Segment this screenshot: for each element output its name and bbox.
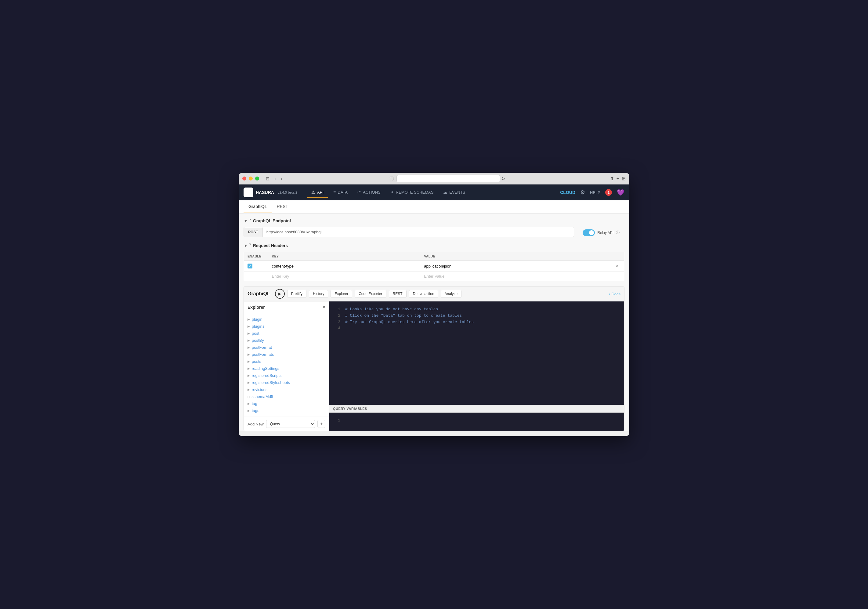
table-row: ✓ content-type application/json × — [244, 261, 625, 272]
endpoint-toggle[interactable]: ▼ ˅ — [243, 218, 251, 223]
titlebar-right: ⬆ + ⊞ — [610, 176, 626, 182]
back-button[interactable]: ‹ — [273, 176, 278, 182]
app-version: v2.4.0-beta.2 — [278, 191, 297, 194]
list-item[interactable]: □ schemaMd5 — [244, 393, 329, 400]
grid-button[interactable]: ⊞ — [622, 176, 626, 182]
tab-rest[interactable]: REST — [272, 200, 293, 213]
variables-editor[interactable]: 1 — [329, 413, 624, 431]
help-button[interactable]: HELP — [590, 190, 600, 195]
explorer-panel: Explorer × ▶ plugin ▶ plugins ▶ — [244, 301, 329, 431]
list-item[interactable]: ▶ post — [244, 330, 329, 337]
heart-button[interactable]: 💜 — [617, 189, 625, 196]
logo: ⬡ HASURA v2.4.0-beta.2 — [243, 188, 297, 197]
relay-toggle-switch[interactable] — [583, 229, 595, 236]
arrow-icon: ▶ — [248, 374, 250, 377]
forward-button[interactable]: › — [279, 176, 284, 182]
line-number: 3 — [334, 319, 340, 326]
header-value-cell: application/json — [420, 261, 612, 272]
data-icon: ≡ — [333, 190, 336, 194]
value-placeholder[interactable]: Enter Value — [424, 274, 444, 278]
nav-item-actions[interactable]: ⟳ ACTIONS — [353, 187, 385, 197]
docs-label: Docs — [611, 292, 620, 296]
list-item[interactable]: ▶ plugins — [244, 323, 329, 330]
minimize-traffic-light[interactable] — [249, 177, 253, 180]
key-placeholder[interactable]: Enter Key — [272, 274, 289, 278]
maximize-traffic-light[interactable] — [255, 177, 259, 180]
add-new-button[interactable]: + — [318, 420, 326, 428]
tab-graphiql[interactable]: GraphiQL — [243, 200, 272, 213]
col-header-value: VALUE — [420, 252, 612, 261]
settings-button[interactable]: ⚙ — [580, 189, 585, 196]
actions-icon: ⟳ — [357, 190, 361, 194]
relay-toggle: Relay API ⓘ — [578, 229, 625, 236]
explorer-close-button[interactable]: × — [322, 304, 326, 310]
history-button[interactable]: History — [309, 290, 328, 298]
rest-button[interactable]: REST — [389, 290, 406, 298]
arrow-icon: ▶ — [248, 346, 250, 349]
delete-header-button[interactable]: × — [616, 263, 618, 269]
code-exporter-button[interactable]: Code Exporter — [355, 290, 386, 298]
list-item[interactable]: ▶ tag — [244, 400, 329, 407]
arrow-icon: ▶ — [248, 339, 250, 342]
url-input[interactable]: localhost — [397, 175, 500, 182]
graphiql-toolbar: GraphiQL ▶ Prettify History Explorer Cod… — [244, 286, 624, 301]
relay-info-icon[interactable]: ⓘ — [616, 230, 620, 235]
app-name: HASURA — [256, 190, 274, 195]
line-number: 2 — [334, 313, 340, 319]
notification-button[interactable]: 1 — [605, 189, 612, 196]
graphiql-title: GraphiQL — [248, 291, 270, 297]
close-traffic-light[interactable] — [242, 177, 246, 180]
arrow-icon: ▶ — [248, 367, 250, 370]
docs-button[interactable]: ‹ Docs — [609, 292, 620, 296]
list-item[interactable]: ▶ postFormat — [244, 344, 329, 351]
headers-toggle[interactable]: ▼ ˅ — [243, 243, 251, 248]
address-bar: ⚪ localhost ↻ — [286, 175, 608, 182]
cloud-button[interactable]: CLOUD — [560, 190, 575, 195]
list-item[interactable]: ▶ readingSettings — [244, 365, 329, 372]
prettify-button[interactable]: Prettify — [287, 290, 307, 298]
add-new-select[interactable]: Query Mutation Subscription — [266, 420, 315, 428]
enable-checkbox[interactable]: ✓ — [248, 264, 253, 269]
list-item[interactable]: ▶ plugin — [244, 316, 329, 323]
endpoint-section: ▼ ˅ GraphQL Endpoint POST http://localho… — [239, 213, 629, 243]
endpoint-url[interactable]: http://localhost:8080/v1/graphql — [263, 227, 574, 237]
list-item[interactable]: ▶ registeredStylesheets — [244, 379, 329, 386]
query-editor[interactable]: 1 # Looks like you do not have any table… — [329, 301, 624, 405]
titlebar: ⊡ ‹ › ⚪ localhost ↻ ⬆ + ⊞ — [239, 173, 629, 185]
nav-label-api: API — [317, 190, 324, 194]
content: GraphiQL REST ▼ ˅ GraphQL Endpoint POST … — [239, 200, 629, 431]
derive-action-button[interactable]: Derive action — [409, 290, 438, 298]
list-item[interactable]: ▶ registeredScripts — [244, 372, 329, 379]
editor-line: 3 # Try out GraphQL queries here after y… — [334, 319, 619, 326]
play-button[interactable]: ▶ — [275, 289, 285, 299]
share-button[interactable]: ⬆ — [610, 176, 614, 182]
nav-item-data[interactable]: ≡ DATA — [329, 187, 352, 197]
nav-label-remote-schemas: REMOTE SCHEMAS — [396, 190, 434, 194]
nav-right: CLOUD ⚙ HELP 1 💜 — [560, 189, 625, 196]
arrow-icon: ▶ — [248, 332, 250, 335]
editor-line: 1 # Looks like you do not have any table… — [334, 306, 619, 313]
list-item[interactable]: ▶ postBy — [244, 337, 329, 344]
doc-icon: □ — [248, 395, 250, 399]
analyze-button[interactable]: Analyze — [441, 290, 462, 298]
reload-button[interactable]: ↻ — [501, 176, 505, 181]
arrow-icon: ▶ — [248, 325, 250, 328]
sidebar-toggle-button[interactable]: ⊡ — [264, 176, 271, 182]
nav-item-events[interactable]: ☁ EVENTS — [439, 187, 470, 197]
relay-label: Relay API — [597, 231, 614, 235]
headers-section-header: ▼ ˅ Request Headers — [243, 243, 625, 248]
explorer-button[interactable]: Explorer — [330, 290, 352, 298]
nav-item-api[interactable]: ⚠ API — [307, 187, 328, 197]
list-item[interactable]: ▶ posts — [244, 358, 329, 365]
query-variables-bar[interactable]: QUERY VARIABLES — [329, 405, 624, 413]
list-item[interactable]: ▶ tags — [244, 407, 329, 414]
nav-item-remote-schemas[interactable]: ✦ REMOTE SCHEMAS — [386, 187, 438, 197]
editor-panel: 1 # Looks like you do not have any table… — [329, 301, 624, 431]
endpoint-row: POST http://localhost:8080/v1/graphql — [243, 227, 574, 237]
explorer-footer: Add New Query Mutation Subscription + — [244, 416, 329, 431]
traffic-lights — [242, 177, 259, 180]
list-item[interactable]: ▶ postFormats — [244, 351, 329, 358]
new-tab-button[interactable]: + — [617, 176, 619, 182]
list-item-revisions[interactable]: ▶ revisions — [244, 386, 329, 393]
headers-title: Request Headers — [253, 243, 288, 248]
